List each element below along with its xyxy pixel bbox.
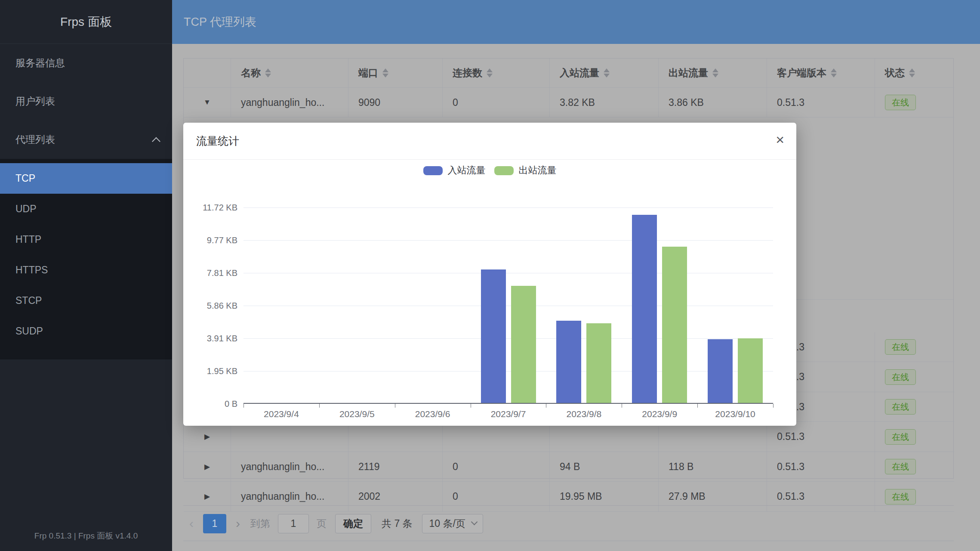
sort-carets-icon [487,68,493,77]
y-axis-tick-label: 9.77 KB [182,235,237,245]
sidebar-item-user-list[interactable]: 用户列表 [0,82,172,121]
row-client-version-cell: 0.51.3 [767,482,875,512]
sort-descending-icon [909,74,915,77]
sort-carets-icon [831,68,837,77]
row-traffic-out-cell: 27.9 MB [659,482,767,512]
next-page-icon[interactable]: › [230,516,246,531]
page-title: TCP 代理列表 [184,14,256,30]
row-port-cell [348,422,443,452]
bar-outbound [586,323,611,403]
cell-text: 2002 [358,491,380,502]
sort-ascending-icon [712,68,718,72]
legend-swatch-icon [494,166,514,175]
bar-outbound [738,338,763,403]
cell-text: 3.82 KB [560,97,595,108]
cell-text: 0.51.3 [777,461,804,473]
x-axis-tick [697,404,698,408]
sort-ascending-icon [831,68,837,72]
legend-swatch-icon [423,166,443,175]
sidebar-subitem-stcp[interactable]: STCP [0,285,172,316]
cell-text: 2119 [358,461,379,473]
sort-ascending-icon [909,68,915,72]
sidebar-subitem-http[interactable]: HTTP [0,224,172,255]
expand-row-icon[interactable]: ▶ [204,462,210,471]
cell-text: 0.51.3 [777,97,804,108]
x-axis-tick-label: 2023/9/10 [697,409,773,419]
sort-carets-icon [382,68,388,77]
sidebar-subitem-https[interactable]: HTTPS [0,255,172,285]
column-header-status[interactable]: 状态 [875,59,954,88]
x-axis-tick [622,404,622,408]
row-expand-cell[interactable]: ▶ [184,422,231,452]
gridline [243,240,773,241]
total-count-label: 共 7 条 [382,517,413,530]
page-number-button[interactable]: 1 [203,514,226,533]
sort-descending-icon [265,74,271,77]
column-header-client-version[interactable]: 客户端版本 [767,59,875,88]
row-traffic-in-cell [550,422,659,452]
column-header-label: 名称 [241,66,261,80]
x-axis-tick [243,404,244,408]
legend-label: 入站流量 [448,164,486,177]
sidebar-item-server-info[interactable]: 服务器信息 [0,44,172,82]
cell-text: 9090 [358,97,380,108]
sort-descending-icon [712,74,718,77]
row-expand-cell[interactable]: ▶ [184,482,231,512]
x-axis-tick-label: 2023/9/6 [395,409,471,419]
row-connections-cell: 0 [443,482,550,512]
x-axis-tick-label: 2023/9/9 [622,409,697,419]
column-header-connections[interactable]: 连接数 [443,59,550,88]
sidebar-item-label: 服务器信息 [15,56,65,70]
cell-text: 0 [453,461,458,473]
status-badge: 在线 [885,95,916,110]
y-axis-tick-label: 1.95 KB [182,366,237,376]
sidebar-subitem-label: HTTP [15,234,41,245]
gridline [243,338,773,339]
sidebar-subitem-sudp[interactable]: SUDP [0,316,172,347]
status-badge: 在线 [885,429,916,445]
row-expand-cell[interactable]: ▼ [184,88,231,118]
status-badge: 在线 [885,489,916,505]
sidebar-subitem-udp[interactable]: UDP [0,194,172,224]
divider-line [183,505,954,506]
x-axis-tick-label: 2023/9/4 [243,409,319,419]
confirm-button[interactable]: 确定 [335,514,371,533]
row-name-cell: yanghuanglin_ho... [231,452,348,482]
legend-item-outbound[interactable]: 出站流量 [494,164,557,177]
page-size-value: 10 条/页 [429,517,465,530]
collapse-row-icon[interactable]: ▼ [203,98,211,107]
sidebar-subitem-label: UDP [15,203,37,215]
column-header-traffic-out[interactable]: 出站流量 [659,59,767,88]
sort-descending-icon [487,74,493,77]
page-jump-input[interactable] [278,514,309,533]
prev-page-icon[interactable]: ‹ [183,516,200,531]
cell-text: 0.51.3 [777,431,804,443]
page-size-select[interactable]: 10 条/页 [422,514,483,533]
row-expand-cell[interactable]: ▶ [184,452,231,482]
row-status-cell: 在线 [875,88,954,118]
column-header-label: 出站流量 [669,66,708,80]
bar-inbound [632,215,657,403]
jump-suffix-label: 页 [317,517,327,530]
column-header-name[interactable]: 名称 [231,59,348,88]
sidebar-item-proxy-list[interactable]: 代理列表 [0,121,172,159]
column-header-port[interactable]: 端口 [348,59,443,88]
sort-carets-icon [712,68,718,77]
traffic-bar-chart: 0 B1.95 KB3.91 KB5.86 KB7.81 KB9.77 KB11… [243,198,773,404]
close-icon[interactable]: × [776,132,784,147]
legend-item-inbound[interactable]: 入站流量 [423,164,486,177]
expand-row-icon[interactable]: ▶ [204,432,210,441]
sidebar-subitem-tcp[interactable]: TCP [0,163,172,194]
gridline [243,273,773,273]
bar-outbound [662,247,687,403]
bar-inbound [481,269,506,403]
cell-text: 19.95 MB [560,491,602,502]
row-port-cell: 2002 [348,482,443,512]
status-badge: 在线 [885,369,916,385]
sidebar-item-label: 代理列表 [15,133,55,146]
row-status-cell: 在线 [875,452,954,482]
sidebar: Frps 面板 服务器信息用户列表代理列表 TCPUDPHTTPHTTPSSTC… [0,0,172,551]
expand-row-icon[interactable]: ▶ [204,492,210,501]
column-header-label: 状态 [885,66,905,80]
column-header-traffic-in[interactable]: 入站流量 [550,59,659,88]
